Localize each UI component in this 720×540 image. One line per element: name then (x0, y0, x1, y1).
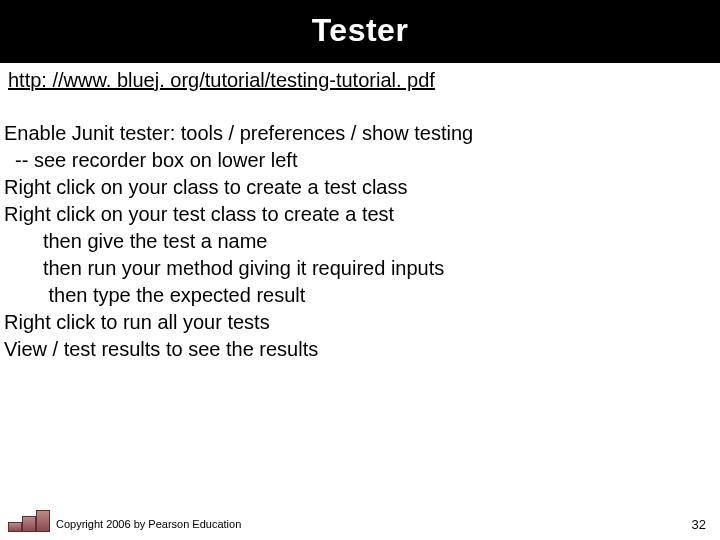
body-line: View / test results to see the results (4, 338, 318, 360)
copyright-text: Copyright 2006 by Pearson Education (56, 518, 241, 530)
body-line: then run your method giving it required … (4, 257, 444, 279)
page-number: 32 (692, 517, 706, 532)
stairs-icon (8, 510, 50, 532)
slide-body: Enable Junit tester: tools / preferences… (0, 92, 720, 363)
body-line: -- see recorder box on lower left (4, 149, 297, 171)
slide-title: Tester (0, 0, 720, 63)
body-line: Right click on your test class to create… (4, 203, 394, 225)
tutorial-link[interactable]: http: //www. bluej. org/tutorial/testing… (0, 63, 720, 92)
body-line: Right click on your class to create a te… (4, 176, 408, 198)
footer-left: Copyright 2006 by Pearson Education (8, 510, 241, 532)
body-line: then type the expected result (4, 284, 305, 306)
footer: Copyright 2006 by Pearson Education 32 (0, 510, 720, 532)
body-line: then give the test a name (4, 230, 268, 252)
body-line: Right click to run all your tests (4, 311, 270, 333)
body-line: Enable Junit tester: tools / preferences… (4, 122, 473, 144)
